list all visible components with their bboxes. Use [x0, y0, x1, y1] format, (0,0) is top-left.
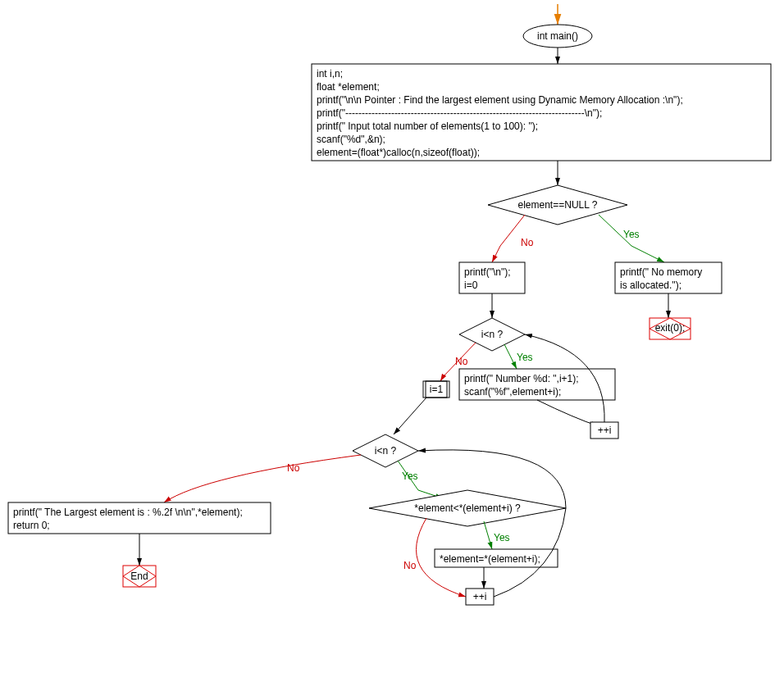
label-yes-4: Yes — [494, 532, 510, 543]
init-l6: scanf("%d",&n); — [317, 134, 385, 145]
cond-loop1-label: i<n ? — [481, 329, 504, 340]
edge-condnull-no — [492, 215, 525, 262]
end-label: End — [130, 570, 148, 582]
label-no-2: No — [455, 356, 468, 367]
edge-loop1-yes — [504, 344, 517, 369]
inc1-label: ++i — [598, 425, 612, 436]
label-no-4: No — [403, 560, 417, 571]
init-l1: int i,n; — [317, 68, 343, 80]
edge-inc2-loop2 — [418, 450, 566, 597]
clear-print-l1: printf("\n"); — [464, 266, 511, 278]
inc2-label: ++i — [473, 591, 487, 602]
label-no-1: No — [521, 237, 534, 248]
init-l5: printf(" Input total number of elements(… — [317, 120, 538, 132]
read-elem-l1: printf(" Number %d: ",i+1); — [464, 373, 579, 384]
cond-cmp-label: *element<*(element+i) ? — [414, 502, 521, 514]
label-no-3: No — [287, 462, 300, 474]
cond-null-label: element==NULL ? — [518, 199, 598, 211]
node-end: End — [123, 566, 156, 587]
edge-cmp-yes — [484, 521, 492, 549]
edge-loop2-no — [164, 455, 361, 502]
print-largest-l1: printf(" The Largest element is : %.2f \… — [13, 507, 243, 518]
node-main-label: int main() — [537, 30, 578, 42]
assign-max-label: *element=*(element+i); — [440, 553, 540, 565]
read-elem-l2: scanf("%f",element+i); — [464, 386, 561, 398]
exit0-label: exit(0); — [655, 322, 686, 334]
no-mem-l1: printf(" No memory — [620, 266, 702, 278]
label-yes-1: Yes — [623, 229, 640, 240]
init-l7: element=(float*)calloc(n,sizeof(float)); — [317, 147, 480, 158]
i-eq-1-label: i=1 — [430, 384, 444, 395]
init-l3: printf("\n\n Pointer : Find the largest … — [317, 94, 683, 106]
print-largest-l2: return 0; — [13, 520, 50, 531]
flowchart-canvas: int main() int i,n; float *element; prin… — [0, 0, 784, 700]
no-mem-l2: is allocated."); — [620, 280, 681, 291]
init-l2: float *element; — [317, 81, 380, 93]
clear-print-l2: i=0 — [464, 280, 478, 291]
edge-i1-cond2 — [394, 398, 426, 434]
node-exit0: exit(0); — [650, 318, 691, 339]
init-l4: printf("--------------------------------… — [317, 107, 602, 119]
label-yes-2: Yes — [517, 352, 533, 363]
edge-read-inc1 — [537, 400, 599, 426]
cond-loop2-label: i<n ? — [375, 445, 397, 457]
label-yes-3: Yes — [402, 470, 418, 482]
